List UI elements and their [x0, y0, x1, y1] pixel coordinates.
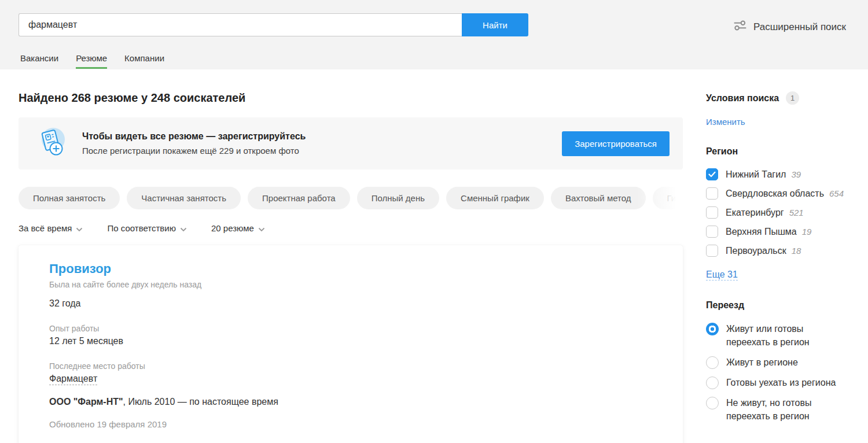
checkbox-icon[interactable]: [706, 245, 718, 257]
per-page-dropdown[interactable]: 20 резюме: [211, 223, 265, 234]
resume-add-icon: [36, 126, 68, 161]
chevron-down-icon: [180, 224, 187, 234]
region-option-nizhny-tagil[interactable]: Нижний Тагил 39: [706, 168, 858, 180]
chevron-down-icon: [76, 224, 83, 234]
relocation-option-live-or-ready[interactable]: Живут или готовы переехать в регион: [706, 322, 858, 349]
radio-icon[interactable]: [706, 376, 719, 389]
search-conditions-sidebar: Условия поиска 1 Изменить Регион Нижний …: [706, 69, 858, 443]
region-section-title: Регион: [706, 146, 858, 157]
region-option-verkhnyaya-pyshma[interactable]: Верхняя Пышма 19: [706, 226, 858, 238]
region-option-ekaterinburg[interactable]: Екатеринбург 521: [706, 206, 858, 219]
per-page-dropdown-value: 20 резюме: [211, 223, 254, 233]
resume-title-link[interactable]: Провизор: [49, 261, 665, 276]
results-column: Найдено 268 резюме у 248 соискателей: [19, 69, 683, 443]
resume-age: 32 года: [49, 298, 665, 309]
order-dropdown-value: По соответствию: [107, 223, 176, 233]
checkbox-icon[interactable]: [706, 206, 718, 219]
search-header: Найти Расширенный поиск Вакансии Резюме …: [0, 0, 868, 69]
period-dropdown[interactable]: За всё время: [19, 223, 83, 234]
search-row: Найти Расширенный поиск: [0, 0, 868, 36]
region-option-pervouralsk[interactable]: Первоуральск 18: [706, 245, 858, 257]
period-dropdown-value: За всё время: [19, 223, 72, 233]
experience-value: 12 лет 5 месяцев: [49, 336, 665, 346]
filter-chip-full-employment[interactable]: Полная занятость: [19, 187, 120, 209]
advanced-search-label: Расширенный поиск: [753, 21, 846, 33]
resume-card: Провизор Была на сайте более двух недель…: [19, 245, 683, 443]
employment-period: , Июль 2010 — по настоящее время: [123, 397, 278, 407]
relocation-option-live-in-region[interactable]: Живут в регионе: [706, 356, 858, 369]
relocation-section-title: Переезд: [706, 300, 858, 311]
tab-resumes[interactable]: Резюме: [76, 53, 107, 69]
search-tabs: Вакансии Резюме Компании: [20, 53, 868, 69]
checkbox-icon[interactable]: [706, 226, 718, 238]
sort-row: За всё время По соответствию 20 резюме: [19, 223, 683, 234]
filter-chip-rotation-method[interactable]: Вахтовый метод: [551, 187, 646, 209]
banner-subtitle: После регистрации покажем ещё 229 и откр…: [82, 146, 306, 156]
checkbox-checked-icon[interactable]: [706, 168, 718, 180]
resume-updated: Обновлено 19 февраля 2019: [49, 419, 665, 429]
filter-chip-shift-schedule[interactable]: Сменный график: [446, 187, 544, 209]
employer-name: ООО "Фарм-НТ": [49, 397, 123, 407]
sidebar-title: Условия поиска: [706, 93, 779, 104]
filter-chip-flexible-schedule[interactable]: Гибкий график: [653, 187, 683, 209]
radio-icon[interactable]: [706, 397, 719, 409]
more-regions-link[interactable]: Еще 31: [706, 270, 738, 280]
main-area: Найдено 268 резюме у 248 соискателей: [0, 69, 868, 443]
tab-companies[interactable]: Компании: [124, 53, 164, 69]
employer-line: ООО "Фарм-НТ", Июль 2010 — по настоящее …: [49, 397, 665, 407]
tab-vacancies[interactable]: Вакансии: [20, 53, 58, 69]
quick-filters: Полная занятость Частичная занятость Про…: [19, 187, 683, 209]
resume-last-seen: Была на сайте более двух недель назад: [49, 280, 665, 289]
sliders-icon: [733, 18, 748, 36]
filter-chip-full-day[interactable]: Полный день: [357, 187, 439, 209]
advanced-search-link[interactable]: Расширенный поиск: [733, 13, 846, 36]
radio-icon[interactable]: [706, 356, 719, 369]
checkbox-icon[interactable]: [706, 187, 718, 200]
chevron-down-icon: [258, 224, 265, 234]
radio-selected-icon[interactable]: [706, 323, 719, 335]
register-button[interactable]: Зарегистрироваться: [562, 131, 670, 156]
filter-chip-project-work[interactable]: Проектная работа: [248, 187, 350, 209]
experience-label: Опыт работы: [49, 324, 665, 333]
banner-title: Чтобы видеть все резюме — зарегистрируйт…: [82, 131, 306, 142]
change-conditions-link[interactable]: Изменить: [706, 117, 858, 127]
region-filter-list: Нижний Тагил 39 Свердловская область 654…: [706, 168, 858, 257]
results-heading: Найдено 268 резюме у 248 соискателей: [19, 91, 683, 105]
banner-text: Чтобы видеть все резюме — зарегистрируйт…: [82, 131, 306, 156]
region-option-sverdlovsk-oblast[interactable]: Свердловская область 654: [706, 187, 858, 200]
search-input[interactable]: [19, 13, 462, 36]
conditions-count-badge: 1: [786, 91, 799, 105]
register-banner: Чтобы видеть все резюме — зарегистрируйт…: [19, 117, 683, 169]
position-link[interactable]: Фармацевт: [49, 374, 97, 385]
search-button[interactable]: Найти: [462, 13, 528, 36]
last-job-label: Последнее место работы: [49, 361, 665, 371]
relocation-option-ready-to-leave[interactable]: Готовы уехать из региона: [706, 376, 858, 389]
order-dropdown[interactable]: По соответствию: [107, 223, 187, 234]
filter-chip-part-employment[interactable]: Частичная занятость: [127, 187, 241, 209]
relocation-options-list: Живут или готовы переехать в регион Живу…: [706, 322, 858, 423]
relocation-option-not-live-but-ready[interactable]: Не живут, но готовы переехать в регион: [706, 396, 858, 423]
